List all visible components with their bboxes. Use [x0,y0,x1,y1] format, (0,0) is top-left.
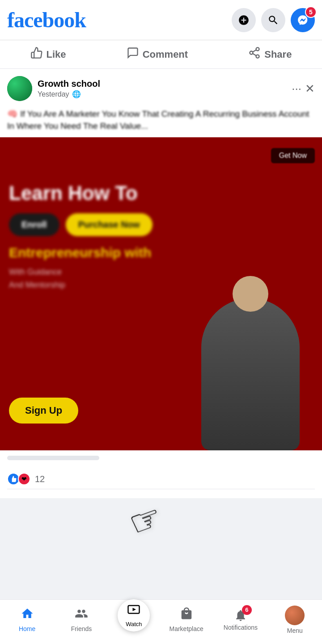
svg-point-2 [256,55,259,58]
share-label: Share [264,49,292,60]
ad-get-now-button[interactable]: Get Now [271,148,315,163]
globe-icon: 🌐 [72,90,81,98]
action-bar: Like Comment Share [0,40,322,69]
bottom-nav: Home Friends Watch Marketplace [0,599,322,644]
post-time: Yesterday 🌐 [38,90,286,98]
ad-person-graphic [192,289,309,450]
cursor-hand: ☞ [123,495,168,545]
reaction-count: 12 [35,474,45,484]
like-label: Like [47,49,66,60]
friends-label: Friends [71,625,92,632]
notifications-wrap: 6 [234,609,247,622]
nav-home[interactable]: Home [9,607,45,632]
comment-icon [127,47,139,62]
header-icons: 5 [232,8,315,32]
post-meta: Growth school Yesterday 🌐 [38,79,286,98]
reaction-icons: ❤ [7,473,29,485]
ad-signup-button[interactable]: Sign Up [9,398,78,424]
marketplace-icon [180,607,193,623]
post-text: 🧠 If You Are A Marketer You Know That Cr… [0,108,322,137]
ad-enroll-button[interactable]: Enroll [9,213,59,236]
menu-avatar [285,606,305,625]
watch-icon [127,603,140,620]
header: facebook 5 [0,0,322,40]
like-button[interactable]: Like [30,47,66,62]
ad-small1: With Guidance [9,267,313,277]
ad-cta-bottom: Sign Up [9,398,78,424]
post-header: Growth school Yesterday 🌐 ··· ✕ [0,69,322,108]
svg-point-1 [250,51,253,55]
svg-line-4 [253,50,256,52]
share-icon [248,47,261,62]
messenger-badge: 5 [305,6,317,18]
svg-marker-6 [133,608,136,611]
share-button[interactable]: Share [248,47,292,62]
nav-notifications[interactable]: 6 Notifications [223,609,258,631]
post-card: Growth school Yesterday 🌐 ··· ✕ 🧠 If You… [0,69,322,498]
ad-image: Get Now Learn How To Enroll Purchase Now… [0,137,322,450]
ad-content: Learn How To Enroll Purchase Now Entrepr… [0,173,322,299]
watch-label: Watch [126,621,142,627]
search-button[interactable] [261,8,285,32]
nav-friends[interactable]: Friends [64,607,99,632]
post-options: ··· ✕ [292,82,315,96]
nav-watch[interactable]: Watch [118,599,150,631]
facebook-logo: facebook [7,8,86,32]
friends-icon [75,607,88,623]
reactions-row: ❤ 12 [7,471,315,489]
add-button[interactable] [232,8,256,32]
svg-line-3 [253,54,256,56]
avatar [7,76,32,101]
ad-purchase-button[interactable]: Purchase Now [66,213,153,236]
notifications-label: Notifications [224,624,258,631]
love-reaction: ❤ [18,473,30,485]
ad-title: Learn How To [9,182,313,204]
notifications-badge: 6 [242,605,252,615]
nav-menu[interactable]: Menu [277,606,313,634]
post-author: Growth school [38,79,286,89]
post-reactions-area [0,450,322,466]
close-post-button[interactable]: ✕ [305,82,315,96]
post-footer: ❤ 12 [0,466,322,498]
comment-label: Comment [143,49,188,60]
comment-button[interactable]: Comment [127,47,188,62]
ad-buttons: Enroll Purchase Now [9,213,313,236]
like-icon [30,47,43,62]
home-icon [21,607,34,623]
ad-subtitle: Entrepreneurship with [9,245,313,260]
marketplace-label: Marketplace [169,625,203,632]
blurred-line [7,456,99,460]
home-label: Home [19,625,35,632]
nav-marketplace[interactable]: Marketplace [169,607,204,632]
svg-point-0 [256,47,259,51]
menu-label: Menu [287,627,303,634]
more-options-button[interactable]: ··· [292,82,301,96]
messenger-button[interactable]: 5 [291,8,315,32]
